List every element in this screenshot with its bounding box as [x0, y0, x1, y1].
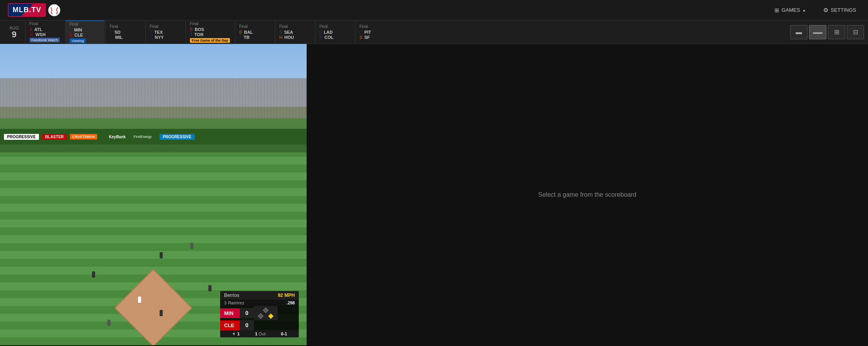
- bal-icon: B: [239, 30, 242, 35]
- sd-icon: S: [110, 30, 112, 35]
- facebook-badge: Facebook Watch: [29, 38, 60, 42]
- game-pit-sf[interactable]: Final P PIT S SF: [355, 20, 394, 44]
- game-teams: B BAL T TB: [239, 30, 270, 40]
- team-row: P PIT: [359, 30, 390, 35]
- score-overlay: Berríos 92 MPH 3 Ramírez .298 MIN 0: [220, 291, 299, 337]
- score-row-cle: CLE 0: [220, 320, 299, 330]
- game-status: Final: [29, 22, 61, 26]
- team-abbr: CLE: [74, 33, 85, 37]
- viewing-badge: Viewing: [70, 38, 86, 43]
- game-teams: P PIT S SF: [359, 30, 390, 40]
- date-day: 9: [12, 30, 17, 39]
- team-abbr: COL: [324, 35, 335, 40]
- team-row: T TB: [239, 35, 270, 40]
- game-teams: L LAD C COL: [319, 30, 350, 40]
- game-teams: S SEA H HOU: [279, 30, 310, 40]
- cle-icon: B: [70, 33, 72, 37]
- team-row: T MIN: [70, 27, 101, 32]
- inning-number: 1: [237, 331, 239, 336]
- game-status: Final: [239, 24, 270, 29]
- games-label: GAMES: [782, 7, 800, 13]
- date-block: Aug 9: [4, 20, 24, 44]
- atl-icon: A: [29, 27, 32, 32]
- header: MLB.TV ⊞ GAMES ▲ ⚙ SETTINGS: [0, 0, 868, 20]
- game-teams: S SD M MIL: [110, 30, 141, 40]
- game-status: Final: [279, 24, 310, 29]
- game-bos-tor[interactable]: Final B BOS T TOR Free Game of the Day: [186, 20, 234, 44]
- view-double-button[interactable]: ▬▬: [809, 25, 826, 39]
- game-teams: B BOS T TOR: [190, 27, 230, 37]
- game-sd-mil[interactable]: Final S SD M MIL: [105, 20, 145, 44]
- team-abbr: HOU: [284, 35, 295, 40]
- team-abbr: MIN: [74, 27, 85, 32]
- batter-number: 3: [224, 300, 226, 305]
- grid-icon: ⊞: [774, 7, 779, 13]
- view-controls: ▬ ▬▬ ⊞ ⊟: [790, 20, 864, 44]
- team-cle-score: 0: [240, 320, 254, 330]
- inning-info: ▼ 1 1 Out 0-1: [220, 330, 299, 337]
- tb-icon: T: [239, 35, 242, 40]
- view-quad-button[interactable]: ⊞: [828, 25, 845, 39]
- double-view-icon: ▬▬: [813, 29, 822, 35]
- game-sea-hou[interactable]: Final S SEA H HOU: [275, 20, 314, 44]
- scoreboard-bar: Aug 9 Final A ATL W WSH Facebook Watch F…: [0, 20, 868, 44]
- logo: MLB.TV: [8, 3, 61, 17]
- team-abbr: SEA: [284, 30, 295, 35]
- settings-button[interactable]: ⚙ SETTINGS: [819, 4, 860, 16]
- mlb-wordmark: MLB.TV: [8, 3, 46, 17]
- team-row: W WSH: [29, 32, 61, 37]
- tex-icon: T: [150, 30, 153, 35]
- view-single-button[interactable]: ▬: [790, 25, 807, 39]
- team-abbr: ATL: [34, 27, 45, 32]
- pitch-speed: 92 MPH: [278, 293, 295, 298]
- game-tex-nyy[interactable]: Final T TEX N NYY: [145, 20, 185, 44]
- team-row: T TOR: [190, 32, 230, 37]
- game-atl-wsh[interactable]: Final A ATL W WSH Facebook Watch: [25, 20, 64, 44]
- batter-avg: .298: [287, 300, 295, 305]
- batter-name: Ramírez: [228, 300, 245, 305]
- free-game-badge: Free Game of the Day: [190, 38, 230, 43]
- game-min-cle[interactable]: Final T MIN B CLE Viewing: [65, 20, 105, 44]
- game-status: Final: [190, 22, 230, 26]
- outs-label: 1 Out: [255, 331, 266, 336]
- team-row: H HOU: [279, 35, 310, 40]
- wsh-icon: W: [29, 32, 33, 37]
- bos-icon: B: [190, 27, 193, 32]
- sf-icon: S: [359, 35, 362, 40]
- col-icon: C: [319, 35, 322, 40]
- game-lad-col[interactable]: Final L LAD C COL: [315, 20, 354, 44]
- game-status: Final: [150, 24, 181, 29]
- min-icon: T: [70, 27, 72, 32]
- team-abbr: SD: [114, 30, 125, 35]
- view-six-button[interactable]: ⊟: [847, 25, 864, 39]
- inning-arrow: ▼ 1: [232, 331, 240, 336]
- team-row: S SD: [110, 30, 141, 35]
- game-teams: A ATL W WSH: [29, 27, 61, 37]
- team-row: L LAD: [319, 30, 350, 35]
- team-abbr: TB: [244, 35, 255, 40]
- settings-label: SETTINGS: [831, 7, 856, 13]
- mil-icon: M: [110, 35, 113, 40]
- team-abbr: LAD: [324, 30, 335, 35]
- team-row: M MIL: [110, 35, 141, 40]
- team-row: A ATL: [29, 27, 61, 32]
- pitcher-row: Berríos 92 MPH: [220, 291, 299, 300]
- games-button[interactable]: ⊞ GAMES ▲: [771, 5, 810, 16]
- select-game-prompt: Select a game from the scoreboard: [538, 191, 636, 198]
- hou-icon: H: [279, 35, 282, 40]
- team-abbr: PIT: [364, 30, 375, 35]
- team-row: T TEX: [150, 30, 181, 35]
- team-row: B BOS: [190, 27, 230, 32]
- team-row: S SEA: [279, 30, 310, 35]
- pitcher-name: Berríos: [224, 293, 239, 298]
- team-abbr: SF: [364, 35, 375, 40]
- sea-icon: S: [279, 30, 282, 35]
- team-min-score: 0: [240, 308, 254, 318]
- game-bal-tb[interactable]: Final B BAL T TB: [235, 20, 274, 44]
- score-teams: MIN 0: [220, 306, 299, 330]
- quad-view-icon: ⊞: [834, 28, 839, 36]
- svg-point-0: [48, 4, 60, 16]
- team-abbr: WSH: [35, 32, 46, 37]
- main-content: PROGRESSIVE BLASTER CRAFTSMAN KeyBank Fi…: [0, 44, 868, 345]
- team-abbr: BAL: [244, 30, 255, 35]
